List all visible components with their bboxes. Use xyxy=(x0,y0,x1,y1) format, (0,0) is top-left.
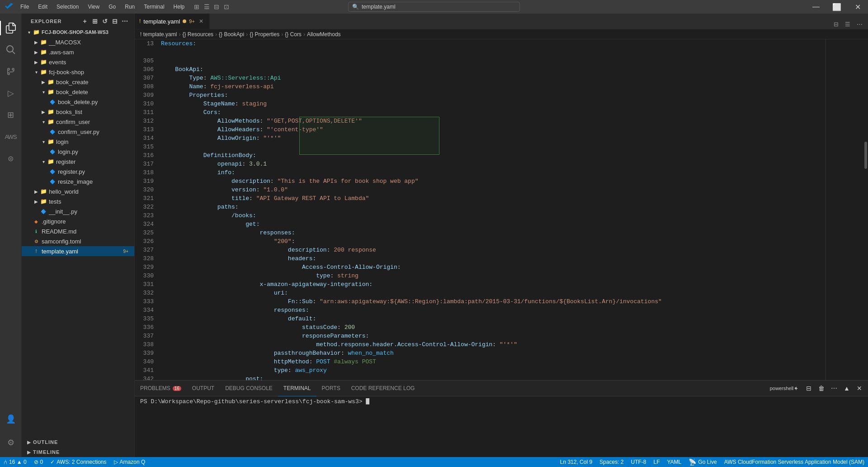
root-folder[interactable]: ▾ 📁 FCJ-BOOK-SHOP-SAM-WS3 xyxy=(22,27,134,37)
status-language[interactable]: YAML xyxy=(664,457,685,467)
breadcrumb-resources[interactable]: {} Resources xyxy=(182,31,213,38)
sidebar-item-resize-image[interactable]: 🔷 resize_image xyxy=(22,176,134,186)
menu-run[interactable]: Run xyxy=(120,0,139,14)
menu-edit[interactable]: Edit xyxy=(33,0,52,14)
split-editor-icon[interactable]: ⊟ xyxy=(831,19,841,29)
source-control-icon[interactable] xyxy=(0,61,22,82)
aws-icon[interactable]: AWS xyxy=(0,126,22,148)
refresh-icon[interactable]: ↺ xyxy=(101,17,109,25)
breadcrumb-allowmethods[interactable]: AllowMethods xyxy=(307,31,341,38)
panel-tab-output[interactable]: OUTPUT xyxy=(187,381,220,396)
split-terminal-icon[interactable]: ⊟ xyxy=(804,383,814,393)
panel-tab-debug-console[interactable]: DEBUG CONSOLE xyxy=(220,381,278,396)
editor-layout-icon[interactable]: ☰ xyxy=(843,19,853,29)
sidebar-item-books-list[interactable]: ▶ 📁 books_list xyxy=(22,107,134,117)
more-actions-icon[interactable]: ⋯ xyxy=(121,17,129,25)
editor-tab-template-yaml[interactable]: ! template.yaml 9+ ✕ xyxy=(135,14,210,29)
collapse-icon[interactable]: ⊟ xyxy=(111,17,119,25)
title-search-bar[interactable]: 🔍 template.yaml xyxy=(348,2,520,12)
sidebar-item-register[interactable]: ▾ 📁 register xyxy=(22,157,134,167)
close-button[interactable]: ✕ xyxy=(847,0,868,14)
sidebar-item-samconfig[interactable]: ⚙ samconfig.toml xyxy=(22,236,134,246)
sidebar-item-login[interactable]: ▾ 📁 login xyxy=(22,137,134,147)
layout-btn-3[interactable]: ⊟ xyxy=(212,3,221,11)
status-eol[interactable]: LF xyxy=(650,457,663,467)
sidebar-item-register-py[interactable]: 🔷 register.py xyxy=(22,167,134,176)
panel-maximize-icon[interactable]: ▲ xyxy=(842,383,852,393)
status-errors[interactable]: ⊘ 0 xyxy=(30,457,47,467)
layout-btn-4[interactable]: ⊡ xyxy=(222,3,231,11)
run-debug-icon[interactable]: ▷ xyxy=(0,82,22,104)
accounts-icon[interactable]: 👤 xyxy=(0,408,22,430)
new-file-icon[interactable]: + xyxy=(81,17,89,25)
menu-selection[interactable]: Selection xyxy=(52,0,83,14)
terminal-trash-icon[interactable]: 🗑 xyxy=(816,383,826,393)
sidebar-item-gitignore[interactable]: ◆ .gitignore xyxy=(22,216,134,226)
maximize-button[interactable]: ⬜ xyxy=(826,0,847,14)
explorer-header: EXPLORER + ⊞ ↺ ⊟ ⋯ xyxy=(22,14,134,27)
new-folder-icon[interactable]: ⊞ xyxy=(91,17,99,25)
remote-icon[interactable]: ⊜ xyxy=(0,148,22,169)
menu-file[interactable]: File xyxy=(16,0,33,14)
menu-view[interactable]: View xyxy=(83,0,104,14)
sidebar-item-events[interactable]: ▶ 📁 events xyxy=(22,57,134,67)
panel-tab-code-ref-log[interactable]: CODE REFERENCE LOG xyxy=(346,381,420,396)
layout-btn-2[interactable]: ☰ xyxy=(203,3,211,11)
breadcrumb-cors[interactable]: {} Cors xyxy=(285,31,302,38)
search-icon[interactable] xyxy=(0,39,22,61)
tab-close-button[interactable]: ✕ xyxy=(198,18,205,25)
sidebar-item-init-py[interactable]: 🔷 __init__.py xyxy=(22,206,134,216)
panel-close-icon[interactable]: ✕ xyxy=(854,383,864,393)
extensions-icon[interactable]: ⊞ xyxy=(0,104,22,126)
status-golive[interactable]: 📡 Go Live xyxy=(685,457,720,467)
editor-scrollbar[interactable] xyxy=(862,39,868,380)
status-sam[interactable]: AWS CloudFormation Serverless Applicatio… xyxy=(721,457,868,467)
panel-more-icon[interactable]: ⋯ xyxy=(829,383,839,393)
terminal-shell-selector[interactable]: powershell ▾ xyxy=(778,383,788,393)
scrollbar-thumb[interactable] xyxy=(864,142,867,169)
status-git-branch[interactable]: ⑃ 16 ▲ 0 xyxy=(0,457,30,467)
breadcrumb-bookapi[interactable]: {} BookApi xyxy=(219,31,244,38)
new-terminal-icon[interactable]: + xyxy=(791,383,801,393)
editor-more-icon[interactable]: ⋯ xyxy=(854,19,864,29)
sidebar-item-book-create[interactable]: ▶ 📁 book_create xyxy=(22,77,134,87)
explorer-icon[interactable] xyxy=(0,17,22,39)
breadcrumb-properties[interactable]: {} Properties xyxy=(250,31,279,38)
sidebar-item-book-delete-py[interactable]: 🔷 book_delete.py xyxy=(22,97,134,107)
sidebar-item-macosx[interactable]: ▶ 📁 __MACOSX xyxy=(22,37,134,47)
sidebar-item-fcjbookshop[interactable]: ▾ 📁 fcj-book-shop xyxy=(22,67,134,77)
sidebar-item-template-yaml[interactable]: ! template.yaml 9+ xyxy=(22,246,134,256)
status-cursor-pos[interactable]: Ln 312, Col 9 xyxy=(557,457,596,467)
breadcrumb-file[interactable]: ! template.yaml xyxy=(140,31,177,38)
panel-tab-problems[interactable]: PROBLEMS16 xyxy=(135,381,187,396)
sidebar-item-confirm-user[interactable]: ▾ 📁 confirm_user xyxy=(22,117,134,127)
settings-icon[interactable]: ⚙ xyxy=(0,432,22,453)
sidebar-item-readme[interactable]: ℹ README.md xyxy=(22,226,134,236)
sidebar-item-login-py[interactable]: 🔷 login.py xyxy=(22,147,134,157)
sidebar-item-book-delete[interactable]: ▾ 📁 book_delete xyxy=(22,87,134,97)
status-aws[interactable]: ✓ AWS: 2 Connections xyxy=(47,457,110,467)
panel-tab-ports[interactable]: PORTS xyxy=(316,381,346,396)
code-editor[interactable]: 13 305 306 307 308 309 310 311 312 313 3… xyxy=(135,39,868,380)
code-line-315 xyxy=(161,143,862,151)
terminal-cursor: █ xyxy=(366,398,369,405)
menu-help[interactable]: Help xyxy=(169,0,189,14)
sidebar-item-hello-world[interactable]: ▶ 📁 hello_world xyxy=(22,186,134,196)
status-spaces[interactable]: Spaces: 2 xyxy=(596,457,627,467)
layout-btn-1[interactable]: ⊞ xyxy=(193,3,201,11)
menu-go[interactable]: Go xyxy=(104,0,120,14)
panel-tab-terminal[interactable]: TERMINAL xyxy=(278,381,316,396)
sidebar: EXPLORER + ⊞ ↺ ⊟ ⋯ ▾ 📁 FCJ-BOOK-SHOP-SAM… xyxy=(22,14,135,457)
outline-section[interactable]: ▶ OUTLINE xyxy=(22,437,134,447)
sidebar-item-tests[interactable]: ▶ 📁 tests xyxy=(22,196,134,206)
terminal-content[interactable]: PS D:\Workspace\Repo-github\series-serve… xyxy=(135,396,868,457)
menu-terminal[interactable]: Terminal xyxy=(139,0,169,14)
code-content[interactable]: Resources: BookApi: Type: AWS::Serverles… xyxy=(157,39,862,380)
sidebar-item-confirm-user-py[interactable]: 🔷 confirm_user.py xyxy=(22,127,134,137)
sidebar-item-awssam[interactable]: ▶ 📁 .aws-sam xyxy=(22,47,134,57)
timeline-section[interactable]: ▶ TIMELINE xyxy=(22,447,134,457)
status-encoding[interactable]: UTF-8 xyxy=(627,457,650,467)
warning-icon: ⊘ xyxy=(34,459,38,465)
minimize-button[interactable]: — xyxy=(806,0,826,14)
status-amazonq[interactable]: ▷ Amazon Q xyxy=(110,457,149,467)
